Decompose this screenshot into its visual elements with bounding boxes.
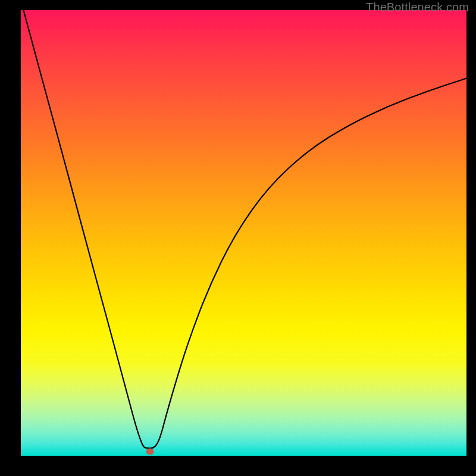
- plot-area: [21, 10, 466, 456]
- curve-path: [23, 10, 466, 448]
- watermark-text: TheBottleneck.com: [366, 1, 469, 14]
- bottleneck-curve: [21, 10, 466, 456]
- chart-frame: TheBottleneck.com: [0, 0, 476, 476]
- minimum-marker: [146, 448, 154, 455]
